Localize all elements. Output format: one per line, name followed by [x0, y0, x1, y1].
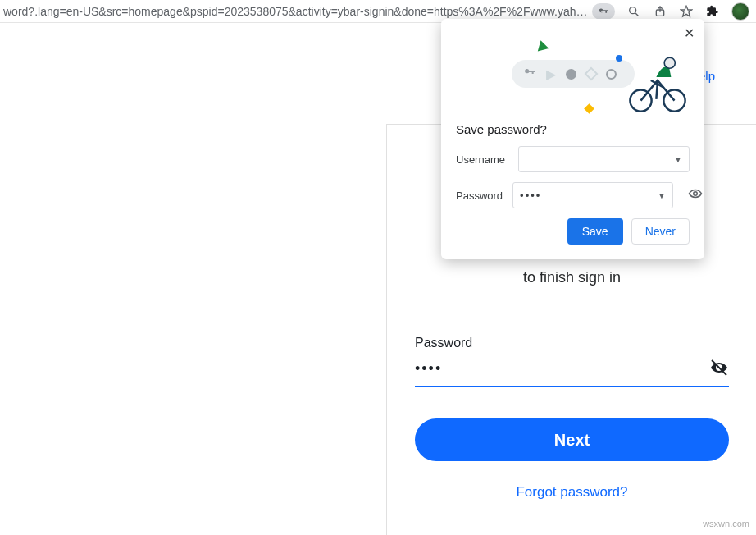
- illustration-pill: ▶: [512, 60, 635, 88]
- username-label: Username: [456, 153, 508, 166]
- eye-icon[interactable]: [688, 186, 703, 204]
- svg-line-1: [635, 13, 638, 16]
- zoom-icon[interactable]: [626, 4, 641, 19]
- username-input[interactable]: [526, 153, 674, 166]
- watermark-text: wsxwn.com: [703, 519, 749, 528]
- profile-avatar[interactable]: [731, 2, 749, 21]
- svg-point-0: [630, 7, 636, 13]
- extensions-puzzle-icon[interactable]: [705, 4, 720, 19]
- blue-dot-icon: [616, 55, 622, 62]
- password-input[interactable]: [415, 357, 709, 381]
- never-button[interactable]: Never: [631, 218, 690, 245]
- password-field-row: [415, 357, 729, 387]
- save-button[interactable]: Save: [567, 218, 623, 245]
- username-input-wrap[interactable]: ▼: [518, 146, 690, 172]
- svg-point-6: [664, 57, 675, 68]
- url-text: word?.lang=en-US&src=homepage&pspid=2023…: [3, 5, 592, 18]
- chevron-down-icon[interactable]: ▼: [658, 191, 666, 200]
- next-button[interactable]: Next: [415, 418, 729, 461]
- dialog-password-input-wrap[interactable]: ▼: [512, 182, 673, 208]
- svg-marker-3: [681, 6, 691, 16]
- share-icon[interactable]: [653, 4, 667, 19]
- username-row: Username ▼: [456, 146, 690, 172]
- addrbar-actions: [592, 2, 753, 21]
- bookmark-star-icon[interactable]: [679, 4, 694, 19]
- password-key-icon[interactable]: [592, 3, 615, 20]
- forgot-password-link[interactable]: Forgot password?: [415, 484, 729, 501]
- chevron-down-icon[interactable]: ▼: [674, 155, 682, 164]
- dialog-actions: Save Never: [456, 218, 690, 245]
- triangle-icon: [535, 39, 549, 51]
- dialog-password-label: Password: [456, 190, 503, 202]
- dialog-illustration: ▶: [456, 29, 690, 119]
- signin-subtitle: to finish sign in: [415, 269, 729, 286]
- dialog-title: Save password?: [456, 122, 690, 136]
- password-label: Password: [415, 336, 729, 350]
- dialog-password-input[interactable]: [520, 190, 658, 202]
- save-password-dialog: ✕ ▶ Save password? Username ▼: [441, 19, 704, 259]
- dialog-password-row: Password ▼: [456, 182, 690, 208]
- eye-toggle-icon[interactable]: [709, 358, 729, 381]
- key-icon: [523, 66, 536, 82]
- cyclist-illustration-icon: [624, 47, 691, 114]
- orange-diamond-icon: [584, 103, 594, 114]
- svg-point-7: [694, 192, 698, 196]
